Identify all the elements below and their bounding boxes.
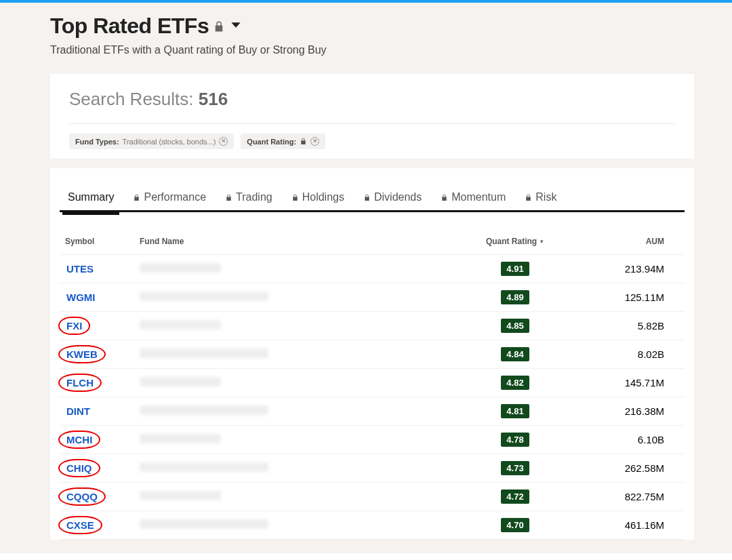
table-row: DINT4.81216.38M (60, 397, 685, 426)
quant-rating-badge: 4.73 (501, 461, 529, 475)
tab-summary[interactable]: Summary (65, 187, 117, 210)
filter-chip-quant-rating[interactable]: Quant Rating: ✕ (241, 134, 325, 149)
cell-quant-rating: 4.89 (454, 283, 576, 312)
symbol-link[interactable]: DINT (65, 405, 92, 418)
cell-symbol: KWEB (60, 340, 134, 369)
table-row: CXSE4.70461.16M (60, 511, 685, 540)
symbol-link[interactable]: CXSE (65, 519, 96, 532)
symbol-link[interactable]: WGMI (65, 291, 97, 304)
symbol-link[interactable]: UTES (65, 262, 95, 275)
chip-label: Fund Types: (75, 138, 119, 146)
cell-fund-name (134, 340, 454, 369)
tab-holdings[interactable]: Holdings (289, 187, 347, 210)
cell-symbol: MCHI (60, 426, 134, 454)
cell-aum: 213.94M (576, 255, 685, 283)
quant-rating-badge: 4.85 (501, 319, 529, 333)
symbol-link[interactable]: FLCH (65, 376, 95, 389)
page-title: Top Rated ETFs (50, 14, 209, 39)
page-subtitle: Traditional ETFs with a Quant rating of … (50, 44, 691, 56)
chevron-down-icon[interactable] (229, 18, 243, 35)
cell-fund-name (134, 397, 454, 426)
search-results-heading: Search Results: 516 (69, 89, 675, 110)
blurred-fund-name (140, 462, 268, 472)
cell-fund-name (134, 483, 454, 511)
title-row: Top Rated ETFs (50, 14, 691, 39)
cell-aum: 262.58M (576, 454, 685, 483)
symbol-link[interactable]: MCHI (65, 433, 94, 446)
col-quant-rating[interactable]: Quant Rating▼ (454, 228, 576, 255)
cell-aum: 8.02B (576, 340, 685, 369)
blurred-fund-name (140, 292, 268, 301)
filter-chips: Fund Types: Traditional (stocks, bonds..… (69, 134, 675, 149)
chip-label: Quant Rating: (247, 138, 296, 146)
cell-quant-rating: 4.78 (454, 426, 576, 454)
table-row: FLCH4.82145.71M (60, 369, 685, 397)
symbol-link[interactable]: CHIQ (65, 462, 94, 475)
results-table: Symbol Fund Name Quant Rating▼ AUM UTES4… (60, 228, 685, 540)
blurred-fund-name (140, 320, 221, 329)
cell-fund-name (134, 255, 454, 283)
tab-dividends[interactable]: Dividends (361, 187, 424, 210)
cell-symbol: FLCH (60, 369, 134, 397)
tabs: Summary Performance Trading Holdings Div… (60, 187, 685, 212)
table-row: CQQQ4.72822.75M (60, 483, 685, 511)
tab-label: Summary (68, 191, 114, 203)
cell-fund-name (134, 426, 454, 454)
cell-quant-rating: 4.82 (454, 369, 576, 397)
cell-symbol: UTES (60, 255, 134, 283)
cell-quant-rating: 4.70 (454, 511, 576, 540)
blurred-fund-name (140, 348, 268, 358)
cell-fund-name (134, 511, 454, 540)
cell-aum: 6.10B (576, 426, 685, 454)
table-row: FXI4.855.82B (60, 312, 685, 340)
lock-icon (213, 20, 225, 33)
symbol-link[interactable]: KWEB (65, 348, 99, 361)
results-card: Summary Performance Trading Holdings Div… (50, 168, 694, 540)
divider (69, 123, 675, 124)
close-icon[interactable]: ✕ (310, 137, 319, 146)
quant-rating-badge: 4.84 (501, 347, 529, 361)
col-aum[interactable]: AUM (576, 228, 685, 255)
cell-symbol: DINT (60, 397, 134, 426)
table-row: KWEB4.848.02B (60, 340, 685, 369)
page-header: Top Rated ETFs Traditional ETFs with a Q… (0, 3, 732, 64)
blurred-fund-name (140, 434, 221, 443)
blurred-fund-name (140, 405, 268, 415)
close-icon[interactable]: ✕ (219, 137, 228, 146)
col-symbol[interactable]: Symbol (60, 228, 134, 255)
search-results-card: Search Results: 516 Fund Types: Traditio… (50, 74, 694, 159)
cell-quant-rating: 4.72 (454, 483, 576, 511)
blurred-fund-name (140, 491, 221, 500)
cell-fund-name (134, 369, 454, 397)
tab-label: Dividends (374, 191, 422, 203)
cell-aum: 461.16M (576, 511, 685, 540)
tab-performance[interactable]: Performance (130, 187, 209, 210)
symbol-link[interactable]: CQQQ (65, 490, 99, 503)
tab-label: Holdings (302, 191, 344, 203)
filter-chip-fund-types[interactable]: Fund Types: Traditional (stocks, bonds..… (69, 134, 234, 149)
lock-icon (525, 194, 532, 201)
col-fund-name[interactable]: Fund Name (134, 228, 454, 255)
cell-symbol: CQQQ (60, 483, 134, 511)
quant-rating-badge: 4.91 (501, 262, 529, 276)
tab-label: Performance (144, 191, 206, 203)
blurred-fund-name (140, 377, 221, 386)
cell-aum: 822.75M (576, 483, 685, 511)
tab-momentum[interactable]: Momentum (438, 187, 508, 210)
cell-aum: 5.82B (576, 312, 685, 340)
symbol-link[interactable]: FXI (65, 319, 83, 332)
blurred-fund-name (140, 519, 268, 529)
tab-trading[interactable]: Trading (222, 187, 275, 210)
lock-icon (441, 194, 448, 201)
tab-risk[interactable]: Risk (522, 187, 559, 210)
sort-desc-icon: ▼ (539, 239, 544, 245)
cell-quant-rating: 4.81 (454, 397, 576, 426)
col-label: Quant Rating (486, 237, 537, 246)
cell-symbol: CHIQ (60, 454, 134, 483)
quant-rating-badge: 4.72 (501, 489, 529, 504)
quant-rating-badge: 4.81 (501, 404, 529, 418)
tab-label: Risk (535, 191, 556, 203)
cell-quant-rating: 4.73 (454, 454, 576, 483)
chip-value: Traditional (stocks, bonds...) (123, 138, 216, 146)
lock-icon (225, 194, 232, 201)
